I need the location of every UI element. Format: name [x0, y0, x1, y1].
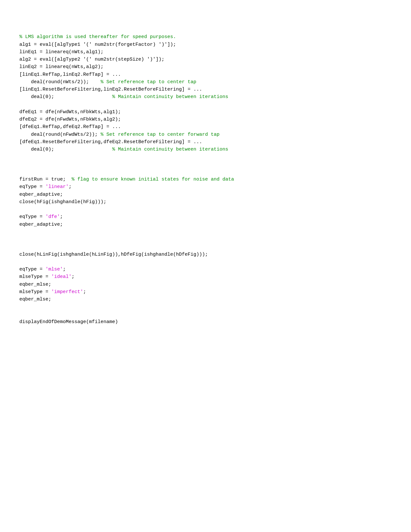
line-26: mlseType = 'imperfect'; [19, 289, 86, 295]
comment-flag-firstrun: % flag to ensure known initial states fo… [72, 177, 234, 182]
code-eqtype-dfe-after: ; [60, 214, 63, 220]
code-eqber-mlse-2: eqber_mlse; [19, 297, 51, 302]
code-dfeeq2: dfeEq2 = dfe(nFwdWts,nFbkWts,alg2); [19, 117, 121, 122]
code-eqtype-linear-before: eqType = [19, 184, 45, 190]
line-4: alg2 = eval([algType2 '(' num2str(stepSi… [19, 57, 164, 62]
line-20: eqType = 'dfe'; [19, 214, 63, 220]
line-5: linEq2 = lineareq(nWts,alg2); [19, 64, 103, 70]
code-deal-0-dfe: deal(0); [19, 147, 95, 152]
code-eqtype-dfe-before: eqType = [19, 214, 45, 220]
code-deal-round-nwts: deal(round(nWts/2)); [19, 79, 98, 85]
code-lineq-reset: [linEq1.ResetBeforeFiltering,linEq2.Rese… [19, 87, 202, 92]
line-24: mlseType = 'ideal'; [19, 274, 74, 280]
line-17: eqType = 'linear'; [19, 184, 72, 190]
code-mlsetype-ideal-after: ; [72, 274, 74, 280]
code-close-linfig: close(hLinFig(ishghandle(hLinFig)),hDfeF… [19, 252, 208, 257]
code-lineq2: linEq2 = lineareq(nWts,alg2); [19, 64, 103, 70]
code-deal-0-lin: deal(0); [19, 94, 95, 100]
code-mlsetype-ideal-before: mlseType = [19, 274, 51, 280]
code-eqtype-mlse-after: ; [63, 267, 66, 272]
string-imperfect: 'imperfect' [51, 289, 83, 295]
code-editor: % LMS algorithm is used thereafter for s… [19, 26, 392, 326]
code-close-hfig: close(hFig(ishghandle(hFig))); [19, 199, 106, 205]
line-10: dfeEq1 = dfe(nFwdWts,nFbkWts,alg1); [19, 109, 121, 115]
line-28: displayEndOfDemoMessage(mfilename) [19, 319, 118, 325]
string-ideal: 'ideal' [51, 274, 72, 280]
code-mlsetype-imperfect-after: ; [83, 289, 86, 295]
line-16: firstRun = true; % flag to ensure known … [19, 177, 234, 182]
line-19: close(hFig(ishghandle(hFig))); [19, 199, 106, 205]
line-18: eqber_adaptive; [19, 192, 63, 197]
code-eqtype-linear-after: ; [69, 184, 72, 190]
line-22: close(hLinFig(ishghandle(hLinFig)),hDfeF… [19, 252, 208, 257]
code-alg2: alg2 = eval([algType2 '(' num2str(stepSi… [19, 57, 164, 62]
comment-maintain-cont-lin: % Maintain continuity between iterations [95, 94, 228, 100]
line-21: eqber_adaptive; [19, 222, 63, 227]
code-display-end: displayEndOfDemoMessage(mfilename) [19, 319, 118, 325]
code-eqber-adaptive-2: eqber_adaptive; [19, 222, 63, 227]
code-dfeeq-reftap: [dfeEq1.RefTap,dfeEq2.RefTap] = ... [19, 124, 121, 130]
code-eqber-adaptive-1: eqber_adaptive; [19, 192, 63, 197]
line-15: deal(0); % Maintain continuity between i… [19, 147, 228, 152]
code-dfeeq1: dfeEq1 = dfe(nFwdWts,nFbkWts,alg1); [19, 109, 121, 115]
line-14: [dfeEq1.ResetBeforeFiltering,dfeEq2.Rese… [19, 139, 202, 145]
line-9: deal(0); % Maintain continuity between i… [19, 94, 228, 100]
line-3: linEq1 = lineareq(nWts,alg1); [19, 49, 103, 55]
string-linear: 'linear' [45, 184, 69, 190]
line-7: deal(round(nWts/2)); % Set reference tap… [19, 79, 196, 85]
code-alg1: alg1 = eval([algType1 '(' num2str(forget… [19, 42, 176, 47]
code-dfeeq-reset: [dfeEq1.ResetBeforeFiltering,dfeEq2.Rese… [19, 139, 202, 145]
comment-maintain-cont-dfe: % Maintain continuity between iterations [95, 147, 228, 152]
code-lineq-reftap: [linEq1.RefTap,linEq2.RefTap] = ... [19, 72, 121, 77]
line-6: [linEq1.RefTap,linEq2.RefTap] = ... [19, 72, 121, 77]
code-mlsetype-imperfect-before: mlseType = [19, 289, 51, 295]
line-2: alg1 = eval([algType1 '(' num2str(forget… [19, 42, 176, 47]
code-lineq1: linEq1 = lineareq(nWts,alg1); [19, 49, 103, 55]
line-1: % LMS algorithm is used thereafter for s… [19, 34, 176, 40]
line-13: deal(round(nFwdWts/2)); % Set reference … [19, 132, 220, 137]
line-27: eqber_mlse; [19, 297, 51, 302]
line-23: eqType = 'mlse'; [19, 267, 66, 272]
string-mlse: 'mlse' [45, 267, 63, 272]
code-firstrun: firstRun = true; [19, 177, 72, 182]
code-deal-round-nfwdwts: deal(round(nFwdWts/2)); [19, 132, 101, 137]
comment-lms: % LMS algorithm is used thereafter for s… [19, 34, 176, 40]
string-dfe: 'dfe' [45, 214, 60, 220]
comment-set-ref-tap: % Set reference tap to center tap [98, 79, 196, 85]
line-12: [dfeEq1.RefTap,dfeEq2.RefTap] = ... [19, 124, 121, 130]
line-25: eqber_mlse; [19, 282, 51, 287]
line-11: dfeEq2 = dfe(nFwdWts,nFbkWts,alg2); [19, 117, 121, 122]
code-eqtype-mlse-before: eqType = [19, 267, 45, 272]
line-8: [linEq1.ResetBeforeFiltering,linEq2.Rese… [19, 87, 202, 92]
comment-set-ref-fwd-tap: % Set reference tap to center forward ta… [101, 132, 220, 137]
code-eqber-mlse-1: eqber_mlse; [19, 282, 51, 287]
